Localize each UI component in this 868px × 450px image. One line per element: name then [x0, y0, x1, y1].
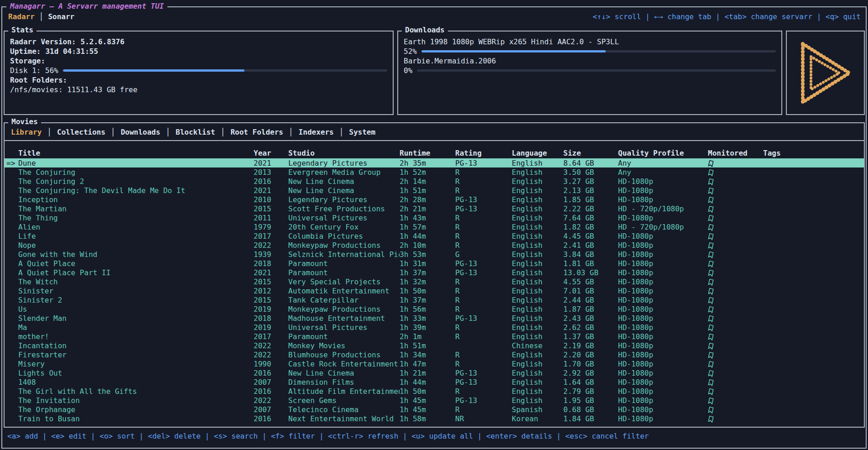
cell-rating: PG-13	[455, 195, 512, 204]
cell-rating: R	[455, 351, 512, 359]
cell-monitored	[708, 186, 763, 195]
table-row[interactable]: Train to Busan 2016 Next Entertainment W…	[5, 414, 864, 423]
cell-year: 2012	[254, 287, 288, 295]
cell-monitored	[708, 241, 763, 250]
table-row[interactable]: Alien 1979 20th Century Fox 1h 57m R Eng…	[5, 222, 864, 231]
cell-rating: R	[455, 177, 512, 186]
cell-monitored	[708, 259, 763, 268]
cell-rating: PG-13	[455, 259, 512, 268]
monitored-bookmark-icon	[708, 415, 714, 423]
cell-size: 7.01 GB	[563, 287, 618, 295]
table-row[interactable]: The Martian 2015 Scott Free Productions …	[5, 204, 864, 213]
monitored-bookmark-icon	[708, 351, 714, 359]
table-row[interactable]: The Girl with All the Gifts 2016 Altitud…	[5, 387, 864, 396]
monitored-bookmark-icon	[708, 178, 714, 185]
cell-runtime: 1h 33m	[400, 314, 455, 323]
cell-rating: R	[455, 168, 512, 177]
table-row[interactable]: Lights Out 2016 New Line Cinema 1h 21m P…	[5, 368, 864, 377]
table-row[interactable]: The Conjuring 2 2016 New Line Cinema 2h …	[5, 177, 864, 186]
cell-quality: HD-1080p	[618, 396, 708, 405]
table-row[interactable]: Misery 1990 Castle Rock Entertainment 1h…	[5, 359, 864, 368]
cell-language: English	[512, 186, 563, 195]
uptime-value: 31d 04:31:55	[45, 47, 98, 56]
table-row[interactable]: Sinister 2012 Automatik Entertainment 1h…	[5, 286, 864, 295]
tab-downloads[interactable]: Downloads	[121, 128, 161, 136]
cell-title: Dune	[18, 159, 254, 167]
tab-collections[interactable]: Collections	[57, 128, 105, 136]
monitored-bookmark-icon	[708, 342, 714, 350]
cell-year: 1990	[254, 360, 288, 368]
table-row[interactable]: Ma 2019 Universal Pictures 1h 39m R Engl…	[5, 323, 864, 332]
cell-year: 2013	[254, 168, 288, 177]
table-row[interactable]: Incantation 2022 Monkey Movies 1h 51m Ch…	[5, 341, 864, 350]
table-row[interactable]: Slender Man 2018 Madhouse Entertainment …	[5, 314, 864, 323]
cell-language: Spanish	[512, 405, 563, 414]
cell-language: English	[512, 360, 563, 368]
header-studio: Studio	[288, 149, 400, 157]
cell-monitored	[708, 296, 763, 304]
cell-language: English	[512, 241, 563, 250]
cell-size: 3.84 GB	[563, 250, 618, 259]
cell-rating: PG-13	[455, 378, 512, 387]
table-row[interactable]: The Witch 2015 Very Special Projects 1h …	[5, 277, 864, 286]
cell-size: 0.68 GB	[563, 405, 618, 414]
table-row[interactable]: Sinister 2 2015 Tank Caterpillar 1h 37m …	[5, 295, 864, 304]
cell-quality: HD-1080p	[618, 405, 708, 414]
tab-indexers[interactable]: Indexers	[299, 128, 334, 136]
cell-rating: G	[455, 250, 512, 259]
tab-separator: │	[47, 128, 52, 136]
cell-monitored	[708, 314, 763, 323]
table-row[interactable]: The Thing 2011 Universal Pictures 1h 43m…	[5, 213, 864, 222]
table-row[interactable]: A Quiet Place 2018 Paramount 1h 31m PG-1…	[5, 259, 864, 268]
cell-runtime: 1h 31m	[400, 259, 455, 268]
table-row[interactable]: 1408 2007 Dimension Films 1h 44m PG-13 E…	[5, 377, 864, 387]
cell-runtime: 1h 47m	[400, 360, 455, 368]
cell-studio: Monkey Movies	[288, 341, 400, 350]
cell-title: Inception	[18, 195, 254, 204]
app-title: Managarr — A Servarr management TUI	[6, 2, 167, 10]
monitored-bookmark-icon	[708, 187, 714, 194]
cell-studio: Tank Caterpillar	[288, 296, 400, 304]
table-row[interactable]: Firestarter 2022 Blumhouse Productions 1…	[5, 350, 864, 359]
cell-title: Lights Out	[18, 369, 254, 377]
cell-language: English	[512, 287, 563, 295]
cell-size: 2.13 GB	[563, 186, 618, 195]
cell-year: 2016	[254, 414, 288, 423]
cell-title: Train to Busan	[18, 414, 254, 423]
cell-size: 1.64 GB	[563, 378, 618, 387]
table-row[interactable]: Life 2017 Columbia Pictures 1h 44m R Eng…	[5, 231, 864, 241]
tab-library[interactable]: Library	[11, 128, 42, 136]
table-row[interactable]: Gone with the Wind 1939 Selznick Interna…	[5, 250, 864, 259]
table-row[interactable]: The Orphanage 2007 Telecinco Cinema 1h 4…	[5, 405, 864, 414]
cell-size: 4.55 GB	[563, 277, 618, 286]
header-size: Size	[563, 149, 618, 157]
cell-quality: HD-1080p	[618, 323, 708, 332]
tab-system[interactable]: System	[349, 128, 375, 136]
root-folder-value-line: /nfs/movies: 11511.43 GB free	[10, 85, 387, 94]
table-row[interactable]: Nope 2022 Monkeypaw Productions 2h 10m R…	[5, 241, 864, 250]
cell-monitored	[708, 341, 763, 350]
monitored-bookmark-icon	[708, 232, 714, 240]
table-row[interactable]: A Quiet Place Part II 2021 Paramount 1h …	[5, 268, 864, 277]
movies-table-body: => Dune 2021 Legendary Pictures 2h 35m P…	[5, 158, 864, 423]
cell-year: 2018	[254, 314, 288, 323]
table-row[interactable]: The Conjuring 2013 Evergreen Media Group…	[5, 167, 864, 177]
cell-size: 1.81 GB	[563, 259, 618, 268]
table-row[interactable]: The Invitation 2022 Screen Gems 1h 45m P…	[5, 396, 864, 405]
tab-root-folders[interactable]: Root Folders	[230, 128, 283, 136]
table-row[interactable]: Inception 2010 Legendary Pictures 2h 28m…	[5, 195, 864, 204]
tab-radarr[interactable]: Radarr	[8, 12, 35, 21]
cell-year: 2017	[254, 332, 288, 341]
table-row[interactable]: Us 2019 Monkeypaw Productions 1h 56m R E…	[5, 304, 864, 314]
tab-blocklist[interactable]: Blocklist	[176, 128, 215, 136]
managarr-play-logo-icon	[795, 38, 856, 108]
table-row[interactable]: The Conjuring: The Devil Made Me Do It 2…	[5, 186, 864, 195]
disk-usage-label: Disk 1: 56%	[10, 66, 58, 75]
header-year: Year	[254, 149, 288, 157]
table-row[interactable]: => Dune 2021 Legendary Pictures 2h 35m P…	[5, 158, 864, 167]
table-row[interactable]: mother! 2017 Paramount 2h 1m R English 1…	[5, 332, 864, 341]
tab-sonarr[interactable]: Sonarr	[48, 12, 74, 21]
cell-studio: Universal Pictures	[288, 323, 400, 332]
cell-quality: HD-1080p	[618, 296, 708, 304]
cell-studio: Legendary Pictures	[288, 159, 400, 167]
